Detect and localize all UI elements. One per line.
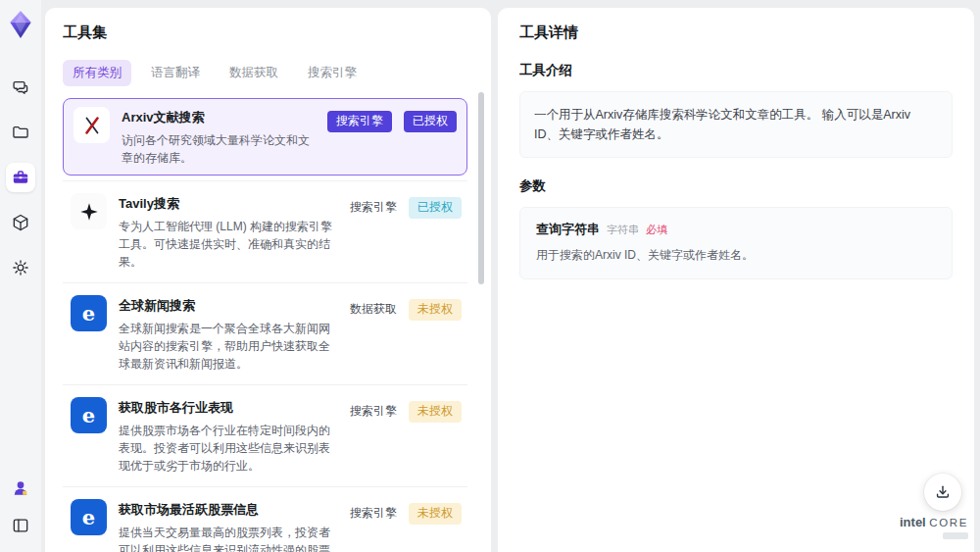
tool-name: Arxiv文献搜索 bbox=[122, 109, 316, 126]
tool-description: 提供当天交易量最高的股票列表，投资者可以利用这些信息来识别流动性强的股票和潜在的… bbox=[119, 524, 338, 552]
tool-category-tag: 搜索引擎 bbox=[327, 111, 392, 132]
tool-status-badge: 已授权 bbox=[409, 197, 462, 219]
tool-category-tag: 数据获取 bbox=[350, 301, 397, 318]
tool-card-1[interactable]: Tavily搜索 专为人工智能代理 (LLM) 构建的搜索引擎工具。可快速提供实… bbox=[63, 180, 467, 282]
tavily-icon bbox=[71, 193, 107, 229]
sidebar-item-chat-icon[interactable] bbox=[6, 73, 35, 102]
tool-card-2[interactable]: e 全球新闻搜索 全球新闻搜索是一个聚合全球各大新闻网站内容的搜索引擎，帮助用户… bbox=[63, 282, 467, 384]
tool-name: 获取股市各行业表现 bbox=[119, 399, 338, 417]
tool-status-badge: 未授权 bbox=[409, 503, 462, 525]
toolkit-title: 工具集 bbox=[63, 24, 467, 42]
sidebar-item-avatar-icon[interactable] bbox=[6, 474, 35, 503]
parameter-name: 查询字符串 bbox=[536, 221, 600, 238]
app-window: 工具集 所有类别语言翻译数据获取搜索引擎 Arxiv文献搜索 访问各个研究领域大… bbox=[0, 0, 980, 552]
stock-icon: e bbox=[71, 397, 107, 433]
tool-card-4[interactable]: e 获取市场最活跃股票信息 提供当天交易量最高的股票列表，投资者可以利用这些信息… bbox=[63, 486, 467, 552]
params-heading: 参数 bbox=[519, 177, 953, 195]
sidebar-item-panel-toggle-icon[interactable] bbox=[6, 511, 35, 540]
list-scrollbar[interactable] bbox=[478, 92, 484, 284]
parameter-card: 查询字符串 字符串 必填 用于搜索的Arxiv ID、关键字或作者姓名。 bbox=[519, 207, 953, 279]
tool-description: 专为人工智能代理 (LLM) 构建的搜索引擎工具。可快速提供实时、准确和真实的结… bbox=[119, 218, 338, 271]
main-content: 工具集 所有类别语言翻译数据获取搜索引擎 Arxiv文献搜索 访问各个研究领域大… bbox=[41, 0, 980, 552]
stock-icon: e bbox=[71, 499, 107, 535]
tool-card-0[interactable]: Arxiv文献搜索 访问各个研究领域大量科学论文和文章的存储库。 搜索引擎 已授… bbox=[63, 98, 467, 176]
toolkit-panel: 工具集 所有类别语言翻译数据获取搜索引擎 Arxiv文献搜索 访问各个研究领域大… bbox=[45, 8, 491, 552]
tool-status-badge: 未授权 bbox=[409, 299, 462, 321]
news-icon: e bbox=[71, 295, 107, 331]
sidebar-item-folder-icon[interactable] bbox=[6, 118, 35, 147]
arxiv-icon bbox=[74, 107, 110, 143]
tool-card-3[interactable]: e 获取股市各行业表现 提供股票市场各个行业在特定时间段内的表现。投资者可以利用… bbox=[63, 384, 467, 486]
category-tab-3[interactable]: 搜索引擎 bbox=[298, 60, 367, 86]
tool-category-tag: 搜索引擎 bbox=[350, 505, 397, 522]
app-logo-icon[interactable] bbox=[8, 10, 33, 39]
category-tabs: 所有类别语言翻译数据获取搜索引擎 bbox=[63, 60, 467, 86]
details-title: 工具详情 bbox=[519, 24, 953, 42]
sidebar-item-gear-icon[interactable] bbox=[6, 253, 35, 282]
brand-ultra-badge bbox=[943, 532, 968, 539]
tool-category-tag: 搜索引擎 bbox=[350, 403, 397, 420]
tool-category-tag: 搜索引擎 bbox=[350, 199, 397, 216]
tool-name: Tavily搜索 bbox=[119, 195, 338, 213]
tool-list: Arxiv文献搜索 访问各个研究领域大量科学论文和文章的存储库。 搜索引擎 已授… bbox=[63, 98, 467, 552]
parameter-description: 用于搜索的Arxiv ID、关键字或作者姓名。 bbox=[536, 247, 936, 264]
tool-description: 全球新闻搜索是一个聚合全球各大新闻网站内容的搜索引擎，帮助用户快速获取全球最新资… bbox=[119, 320, 338, 373]
tool-name: 获取市场最活跃股票信息 bbox=[119, 501, 338, 519]
brand-core-text: core bbox=[929, 517, 968, 528]
parameter-type: 字符串 bbox=[607, 223, 639, 237]
category-tab-2[interactable]: 数据获取 bbox=[220, 60, 288, 86]
tool-details-panel: 工具详情 工具介绍 一个用于从Arxiv存储库搜索科学论文和文章的工具。 输入可… bbox=[498, 8, 974, 552]
download-button[interactable] bbox=[924, 474, 961, 511]
tool-status-badge: 已授权 bbox=[404, 111, 457, 132]
brand-intel-text: intel bbox=[900, 515, 926, 529]
intel-core-logo: intel core bbox=[900, 515, 968, 539]
category-tab-0[interactable]: 所有类别 bbox=[63, 60, 131, 86]
tool-status-badge: 未授权 bbox=[409, 401, 462, 423]
intro-text: 一个用于从Arxiv存储库搜索科学论文和文章的工具。 输入可以是Arxiv ID… bbox=[519, 91, 953, 158]
parameter-required-flag: 必填 bbox=[646, 223, 667, 237]
tool-name: 全球新闻搜索 bbox=[119, 297, 338, 315]
category-tab-1[interactable]: 语言翻译 bbox=[141, 60, 210, 86]
parameter-header: 查询字符串 字符串 必填 bbox=[536, 221, 936, 238]
tool-description: 提供股票市场各个行业在特定时间段内的表现。投资者可以利用这些信息来识别表现优于或… bbox=[119, 422, 338, 475]
sidebar-item-cube-icon[interactable] bbox=[6, 208, 35, 237]
icon-rail bbox=[0, 0, 41, 552]
sidebar-item-briefcase-icon[interactable] bbox=[6, 163, 35, 192]
tool-description: 访问各个研究领域大量科学论文和文章的存储库。 bbox=[122, 131, 316, 167]
intro-heading: 工具介绍 bbox=[519, 62, 953, 79]
